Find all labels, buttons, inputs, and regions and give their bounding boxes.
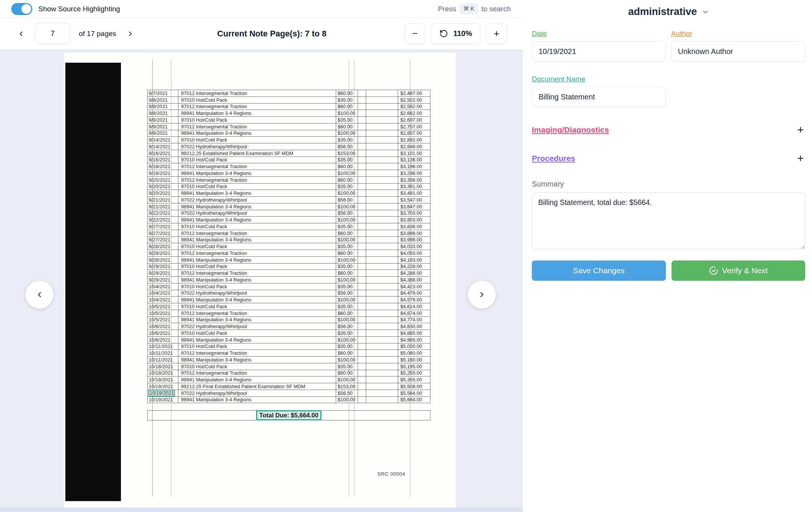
- verify-next-button[interactable]: Verify & Next: [672, 261, 806, 281]
- billing-cell: $5,564.00: [398, 390, 430, 396]
- billing-cell: 10/11/2021: [148, 357, 178, 363]
- add-imaging-diagnostics-button[interactable]: +: [795, 124, 805, 136]
- zoom-in-button[interactable]: +: [486, 23, 507, 44]
- billing-cell: [358, 184, 366, 190]
- date-label[interactable]: Date: [532, 30, 547, 38]
- billing-cell: $4,674.00: [398, 310, 430, 316]
- billing-cell: [358, 337, 366, 343]
- billing-cell: 9/16/2021: [148, 157, 178, 163]
- billing-cell: 97010 Hot/Cold Pack: [178, 157, 336, 163]
- billing-cell: [366, 337, 398, 343]
- horizontal-scrollbar[interactable]: [0, 507, 523, 512]
- document-name-field: Document Name: [532, 75, 666, 107]
- billing-cell: 9/9/2021: [148, 117, 178, 123]
- billing-row: 9/27/202197010 Hot/Cold Pack$35.00$3,838…: [147, 223, 430, 230]
- billing-cell: $2,562.00: [398, 104, 430, 110]
- billing-cell: $35.00: [336, 343, 358, 350]
- document-name-label[interactable]: Document Name: [532, 75, 586, 83]
- billing-cell: $4,614.00: [398, 303, 430, 310]
- billing-cell: $3,356.00: [398, 177, 430, 183]
- author-label[interactable]: Author: [671, 30, 692, 38]
- billing-cell: 97010 Hot/Cold Pack: [178, 184, 336, 190]
- billing-cell: [358, 203, 366, 210]
- billing-cell: [358, 270, 366, 276]
- prev-page-button[interactable]: [16, 29, 26, 39]
- billing-cell: 9/8/2021: [148, 104, 178, 110]
- category-selector[interactable]: administrative: [532, 6, 805, 18]
- billing-cell: 98941 Manipulation 3-4 Regions: [178, 337, 336, 343]
- search-hint-suffix: to search: [481, 5, 511, 13]
- billing-cell: 10/18/2021: [148, 363, 178, 370]
- billing-cell: $100.00: [336, 130, 358, 137]
- billing-row: 9/29/202198941 Manipulation 3-4 Regions$…: [147, 276, 430, 283]
- billing-cell: $100.00: [336, 277, 358, 283]
- billing-cell: 98941 Manipulation 3-4 Regions: [178, 297, 336, 303]
- billing-cell: $3,703.00: [398, 210, 430, 217]
- author-input[interactable]: [671, 41, 805, 62]
- billing-row: 10/6/202197022 Hydrotherapy/Whirlpool$56…: [147, 323, 430, 330]
- zoom-out-button[interactable]: −: [404, 23, 426, 44]
- billing-cell: $5,508.00: [398, 383, 430, 390]
- billing-row: 9/9/202197010 Hot/Cold Pack$35.00$2,697.…: [147, 116, 430, 123]
- source-highlighting-toggle[interactable]: [11, 3, 32, 15]
- imaging-diagnostics-link[interactable]: Imaging/Diagnostics: [532, 125, 609, 134]
- billing-cell: [366, 163, 398, 170]
- billing-cell: [358, 217, 366, 223]
- billing-cell: [366, 104, 398, 110]
- billing-cell: [366, 343, 398, 350]
- billing-cell: $56.00: [336, 390, 358, 396]
- billing-cell: [358, 143, 366, 150]
- billing-cell: [358, 177, 366, 183]
- billing-cell: $3,101.00: [398, 150, 430, 157]
- next-page-button[interactable]: [125, 29, 136, 39]
- billing-cell: [358, 243, 366, 250]
- document-name-input[interactable]: [532, 87, 666, 107]
- billing-cell: 98941 Manipulation 3-4 Regions: [178, 376, 336, 383]
- billing-row: 9/8/202197010 Hot/Cold Pack$35.00$2,502.…: [147, 96, 430, 104]
- check-circle-icon: [709, 266, 718, 275]
- billing-cell: 97012 Intersegmental Traction: [178, 90, 336, 96]
- billing-cell: 10/6/2021: [148, 323, 178, 330]
- page-number-input[interactable]: [35, 23, 70, 44]
- billing-cell: [366, 97, 398, 103]
- billing-cell: $35.00: [336, 117, 358, 123]
- save-changes-button[interactable]: Save Changes: [532, 261, 666, 281]
- billing-cell: [366, 277, 398, 283]
- procedures-link[interactable]: Procedures: [532, 154, 575, 163]
- billing-cell: $4,288.00: [398, 270, 430, 276]
- billing-row: 9/8/202198941 Manipulation 3-4 Regions$1…: [147, 110, 430, 117]
- billing-cell: 97012 Intersegmental Traction: [178, 370, 336, 376]
- billing-cell: [358, 190, 366, 196]
- billing-cell: 97022 Hydrotherapy/Whirlpool: [178, 390, 336, 396]
- billing-cell: $3,296.00: [398, 170, 430, 176]
- billing-cell: 97010 Hot/Cold Pack: [178, 97, 336, 103]
- billing-cell: [366, 230, 398, 236]
- billing-cell: [358, 150, 366, 157]
- date-input[interactable]: [532, 41, 666, 62]
- next-document-button[interactable]: [468, 281, 496, 309]
- billing-cell: [366, 150, 398, 157]
- billing-cell: 97010 Hot/Cold Pack: [178, 303, 336, 310]
- billing-cell: 98941 Manipulation 3-4 Regions: [178, 110, 336, 116]
- billing-cell: $35.00: [336, 283, 358, 290]
- zoom-reset-button[interactable]: 110%: [431, 23, 481, 44]
- prev-document-button[interactable]: [26, 281, 53, 309]
- billing-cell: 97022 Hydrotherapy/Whirlpool: [178, 210, 336, 217]
- billing-cell: [366, 117, 398, 123]
- zoom-controls: − 110% +: [404, 23, 507, 44]
- billing-cell: [358, 210, 366, 217]
- cmd-k-shortcut: ⌘ K: [460, 4, 478, 14]
- author-field: Author: [671, 30, 805, 62]
- billing-cell: [366, 177, 398, 183]
- billing-cell: [358, 390, 366, 396]
- summary-textarea[interactable]: Billing Statement, total due: $5664.: [532, 192, 805, 249]
- billing-cell: [358, 264, 366, 270]
- add-procedure-button[interactable]: +: [795, 153, 805, 164]
- document-viewer-panel: Show Source Highlighting Press ⌘ K to se…: [0, 0, 523, 512]
- billing-cell: [366, 123, 398, 130]
- billing-cell: $4,965.00: [398, 337, 430, 343]
- billing-cell: [358, 137, 366, 143]
- billing-cell: [358, 257, 366, 263]
- billing-cell: [366, 363, 398, 370]
- billing-cell: $60.00: [336, 230, 358, 236]
